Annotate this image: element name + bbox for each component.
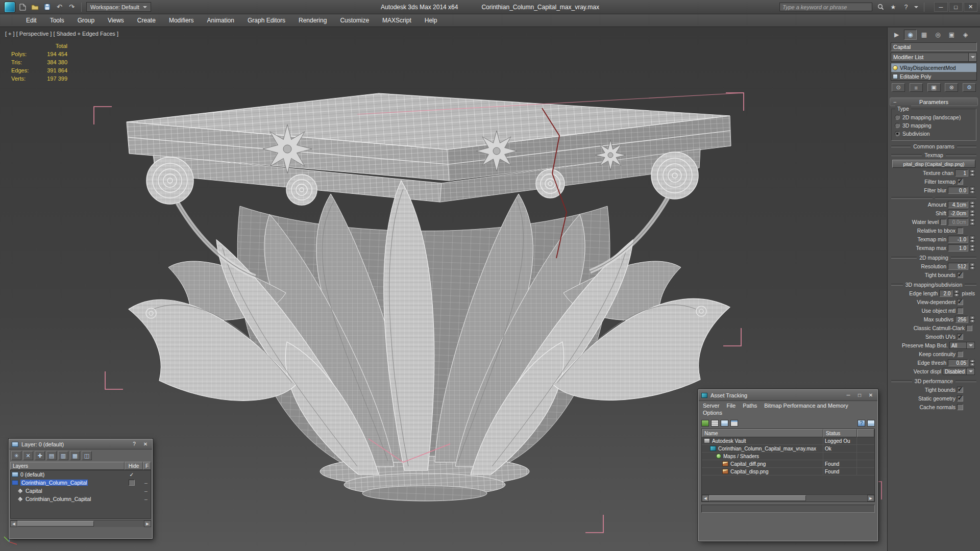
menu-options[interactable]: Options [703, 410, 873, 416]
radio-icon[interactable] [895, 131, 900, 136]
asset-row-disp[interactable]: Capital_disp.png Found [702, 468, 874, 475]
configure-modifier-sets-icon[interactable]: ⚙ [963, 83, 976, 92]
layer-dialog-close-button[interactable]: ✕ [141, 440, 150, 448]
create-new-layer-icon[interactable]: ✳ [11, 451, 21, 460]
texture-chan-spinner[interactable] [970, 169, 975, 177]
help-chevron-icon[interactable] [914, 6, 918, 8]
filter-blur-field[interactable]: 0.0 [948, 187, 968, 194]
asset-help-icon[interactable]: ? [857, 420, 865, 427]
show-end-result-icon[interactable]: ≡ [910, 83, 923, 92]
scroll-thumb[interactable] [17, 521, 94, 527]
amount-spinner[interactable] [970, 201, 975, 208]
menu-views[interactable]: Views [101, 14, 131, 27]
radio-subdivision[interactable]: Subdivision [895, 130, 973, 138]
asset-tracking-titlebar[interactable]: Asset Tracking ─ □ ✕ [699, 390, 877, 401]
edge-length-field[interactable]: 2.0 [939, 290, 952, 297]
asset-maximize-button[interactable]: □ [855, 391, 864, 399]
stack-item-vraydisplacementmod[interactable]: VRayDisplacementMod [891, 63, 976, 72]
texmap-min-spinner[interactable] [970, 236, 975, 243]
asset-row-maps[interactable]: Maps / Shaders [702, 453, 874, 460]
scroll-thumb[interactable] [709, 495, 806, 501]
add-to-layer-icon[interactable]: ✚ [35, 451, 45, 460]
shift-field[interactable]: -2.0cm [948, 210, 968, 217]
texmap-max-spinner[interactable] [970, 244, 975, 252]
texmap-button[interactable]: pital_disp (Capital_disp.png) [892, 160, 975, 168]
tab-create[interactable]: ▶ [890, 30, 903, 40]
edge-thresh-field[interactable]: 0.05 [948, 359, 968, 366]
static-geometry-checkbox[interactable] [957, 395, 963, 402]
max-subdivs-field[interactable]: 256 [955, 316, 968, 323]
menu-customize[interactable]: Customize [333, 14, 376, 27]
set-current-layer-icon[interactable]: ▥ [58, 451, 68, 460]
menu-bitmap-performance[interactable]: Bitmap Performance and Memory [764, 403, 848, 409]
pin-stack-icon[interactable]: ⊙ [892, 83, 905, 92]
tab-display[interactable]: ▣ [945, 30, 958, 40]
application-menu-button[interactable] [4, 2, 15, 13]
current-layer-check[interactable]: ✓ [123, 471, 140, 478]
object-row-corinthian[interactable]: Corinthian_Column_Capital – [11, 495, 151, 503]
max-subdivs-spinner[interactable] [970, 316, 975, 323]
layer-horizontal-scrollbar[interactable]: ◀ ▶ [10, 520, 151, 527]
use-object-mtl-checkbox[interactable] [957, 308, 963, 314]
workspace-dropdown[interactable]: Workspace: Default [86, 2, 151, 12]
menu-create[interactable]: Create [131, 14, 162, 27]
refresh-table-icon[interactable] [701, 420, 709, 427]
scroll-left-icon[interactable]: ◀ [10, 520, 17, 527]
menu-group[interactable]: Group [71, 14, 101, 27]
asset-close-button[interactable]: ✕ [867, 391, 875, 399]
remove-modifier-icon[interactable]: ⊗ [945, 83, 958, 92]
texture-chan-field[interactable]: 1 [955, 169, 968, 177]
delete-layer-icon[interactable]: ✕ [23, 451, 33, 460]
asset-minimize-button[interactable]: ─ [844, 391, 852, 399]
preserve-map-bnd-dropdown[interactable]: All [949, 342, 975, 349]
open-file-icon[interactable] [30, 2, 40, 12]
make-unique-icon[interactable]: ▣ [927, 83, 941, 92]
redo-icon[interactable]: ↷ [67, 2, 77, 12]
menu-graph-editors[interactable]: Graph Editors [241, 14, 292, 27]
filter-texmap-checkbox[interactable] [957, 179, 963, 185]
column-layers[interactable]: Layers [10, 462, 125, 470]
menu-server[interactable]: Server [703, 403, 719, 409]
radio-2d-mapping[interactable]: 2D mapping (landscape) [895, 113, 973, 121]
tight-bounds-2d-checkbox[interactable] [957, 272, 963, 278]
chevron-down-icon[interactable] [967, 342, 975, 349]
menu-modifiers[interactable]: Modifiers [162, 14, 201, 27]
save-file-icon[interactable] [42, 2, 52, 12]
undo-icon[interactable]: ↶ [55, 2, 64, 12]
scroll-left-icon[interactable]: ◀ [702, 495, 709, 502]
asset-row-maxfile[interactable]: Corinthian_Column_Capital_max_vray.max O… [702, 445, 874, 453]
texmap-max-field[interactable]: 1.0 [948, 244, 968, 252]
parameters-rollout-header[interactable]: Parameters [890, 97, 978, 106]
tab-utilities[interactable]: ◈ [959, 30, 972, 40]
layer-row-default[interactable]: 0 (default) ✓ [11, 470, 151, 479]
layer-dialog-help-button[interactable]: ? [130, 440, 138, 448]
viewport-label[interactable]: [ + ] [ Perspective ] [ Shaded + Edged F… [5, 31, 118, 37]
asset-row-diff[interactable]: Capital_diff.png Found [702, 460, 874, 468]
list-view-icon[interactable] [711, 420, 719, 427]
water-level-spinner[interactable] [970, 218, 975, 226]
object-row-capital[interactable]: Capital – [11, 487, 151, 495]
resolution-field[interactable]: 512 [948, 263, 968, 270]
object-name-field[interactable]: Capital [891, 42, 977, 51]
edge-thresh-spinner[interactable] [970, 359, 975, 366]
search-icon[interactable] [876, 3, 885, 12]
column-status[interactable]: Status [823, 429, 857, 437]
keep-continuity-checkbox[interactable] [957, 351, 963, 357]
menu-maxscript[interactable]: MAXScript [376, 14, 418, 27]
menu-edit[interactable]: Edit [19, 14, 43, 27]
filter-blur-spinner[interactable] [970, 187, 975, 194]
menu-tools[interactable]: Tools [43, 14, 71, 27]
tight-bounds-3d-checkbox[interactable] [957, 387, 963, 393]
modifier-list-dropdown[interactable]: Modifier List [891, 53, 977, 62]
highlight-layer-icon[interactable]: ◫ [82, 451, 92, 460]
tab-motion[interactable]: ◎ [932, 30, 944, 40]
table-view-icon[interactable] [730, 420, 738, 427]
shift-spinner[interactable] [970, 210, 975, 217]
menu-animation[interactable]: Animation [201, 14, 241, 27]
hide-checkbox[interactable] [129, 480, 135, 486]
close-button[interactable]: ✕ [964, 2, 977, 12]
new-scene-icon[interactable] [18, 2, 28, 12]
smooth-uvs-checkbox[interactable] [957, 334, 963, 340]
column-hide[interactable]: Hide [125, 462, 143, 470]
asset-horizontal-scrollbar[interactable]: ◀ ▶ [702, 494, 874, 502]
